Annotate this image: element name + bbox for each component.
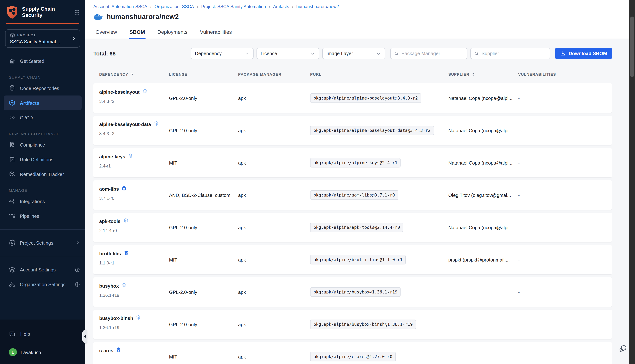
dependency-cell: busybox-binsh 1.36.1-r19 <box>99 310 169 330</box>
table-row[interactable]: busybox 1.36.1-r19 GPL-2.0-only apk pkg:… <box>93 277 612 307</box>
vulnerabilities-cell: - <box>518 128 612 133</box>
license-cell: GPL-2.0-only <box>169 95 238 101</box>
filter-bar: Total: 68 Dependency License Image Layer <box>93 48 612 59</box>
breadcrumb: Account: Automation-SSCA › Organization:… <box>85 4 635 9</box>
table-row[interactable]: alpine-baselayout 3.4.3-r2 GPL-2.0-only … <box>93 84 612 113</box>
purl-cell: pkg:apk/alpine/brotli-libs@1.1.0-r1 <box>310 255 448 264</box>
code-repo-icon <box>9 85 16 92</box>
tab-sbom[interactable]: SBOM <box>129 26 146 38</box>
table-row[interactable]: aom-libs 3.7.1-r0 AND, BSD-2-Clause, cus… <box>93 180 612 210</box>
sidebar-item-remediation-tracker[interactable]: Remediation Tracker <box>0 167 85 182</box>
package-manager-cell: apk <box>238 257 310 262</box>
main-area: Account: Automation-SSCA › Organization:… <box>85 0 635 364</box>
table-row[interactable]: c-ares MIT apk pkg:apk/alpine/c-ares@1.2… <box>93 342 612 364</box>
col-header-vulnerabilities: VULNERABILITIES <box>518 72 612 76</box>
dependency-filter-dropdown[interactable]: Dependency <box>191 48 254 59</box>
breadcrumb-separator: › <box>197 4 198 9</box>
sidebar-item-organization-settings[interactable]: Organization Settings <box>0 277 85 292</box>
breadcrumb-project[interactable]: Project: SSCA Sanity Automation <box>201 4 266 9</box>
project-name: SSCA Sanity Automat... <box>10 39 71 44</box>
sidebar-item-code-repositories[interactable]: Code Repositories <box>0 81 85 96</box>
docker-icon <box>93 12 103 21</box>
dependency-version: 3.7.1-r0 <box>99 196 169 201</box>
supplier-cell: Natanael Copa (ncopa@alpi... <box>448 95 518 101</box>
supplier-search-input[interactable] <box>482 51 547 56</box>
sidebar-item-get-started[interactable]: Get Started <box>0 54 85 68</box>
sidebar-item-account-settings[interactable]: Account Settings <box>0 262 85 277</box>
package-manager-cell: apk <box>238 224 310 230</box>
sidebar-item-pipelines[interactable]: Pipelines <box>0 209 85 223</box>
sbom-rows: alpine-baselayout 3.4.3-r2 GPL-2.0-only … <box>93 84 612 364</box>
breadcrumb-artifacts[interactable]: Artifacts <box>273 4 289 9</box>
supplier-cell: Natanael Copa (ncopa@alpi... <box>448 160 518 166</box>
sidebar-item-help[interactable]: Help <box>0 326 85 341</box>
sbom-table-header: DEPENDENCY LICENSE PACKAGE MANAGER PURL … <box>93 68 612 80</box>
sidebar-collapse-handle[interactable] <box>82 330 87 343</box>
purl-cell: pkg:apk/alpine/busybox-binsh@1.36.1-r19 <box>310 320 448 329</box>
sidebar-item-artifacts[interactable]: Artifacts <box>4 96 82 110</box>
artifact-tabs: Overview SBOM Deployments Vulnerabilitie… <box>85 26 635 39</box>
chat-bubbles-icon[interactable] <box>618 344 627 354</box>
sidebar-item-cicd[interactable]: CI/CD <box>0 110 85 125</box>
sidebar-item-integrations[interactable]: Integrations <box>0 194 85 209</box>
purl-chip: pkg:apk/alpine/brotli-libs@1.1.0-r1 <box>310 255 406 264</box>
table-row[interactable]: busybox-binsh 1.36.1-r19 GPL-2.0-only ap… <box>93 310 612 339</box>
user-menu[interactable]: L Lavakush <box>0 344 85 360</box>
tab-deployments[interactable]: Deployments <box>157 26 188 38</box>
breadcrumb-organization[interactable]: Organization: SSCA <box>155 4 194 9</box>
tab-vulnerabilities[interactable]: Vulnerabilities <box>199 26 232 38</box>
sidebar-nav: Get Started SUPPLY CHAIN Code Repositori… <box>0 48 85 292</box>
scrollbar-thumb[interactable] <box>630 16 634 77</box>
breadcrumb-account[interactable]: Account: Automation-SSCA <box>93 4 147 9</box>
sidebar-item-rule-definitions[interactable]: Rule Definitions <box>0 152 85 167</box>
table-row[interactable]: brotli-libs 1.1.0-r1 MIT apk pkg:apk/alp… <box>93 245 612 274</box>
purl-chip: pkg:apk/alpine/busybox-binsh@1.36.1-r19 <box>310 320 416 329</box>
sidebar-item-label: Rule Definitions <box>20 157 53 162</box>
package-manager-search-input[interactable] <box>401 51 464 56</box>
page-title: humanshuarora/new2 <box>107 13 179 21</box>
layers-gear-icon <box>9 266 16 273</box>
purl-chip: pkg:apk/alpine/c-ares@1.27.0-r0 <box>310 352 396 362</box>
breadcrumb-current[interactable]: humanshuarora/new2 <box>296 4 339 9</box>
document-search-icon <box>9 142 16 148</box>
table-row[interactable]: alpine-keys 2.4-r1 MIT apk pkg:apk/alpin… <box>93 148 612 178</box>
table-row[interactable]: alpine-baselayout-data 3.4.3-r2 GPL-2.0-… <box>93 116 612 145</box>
sidebar-item-compliance[interactable]: Compliance <box>0 137 85 152</box>
vertical-scrollbar[interactable] <box>629 0 635 364</box>
sort-desc-icon <box>130 72 135 76</box>
purl-chip: pkg:apk/alpine/alpine-baselayout@3.4.3-r… <box>310 93 421 103</box>
info-icon[interactable] <box>75 267 80 272</box>
license-cell: AND, BSD-2-Clause, custom <box>169 192 238 198</box>
image-layer-filter-dropdown[interactable]: Image Layer <box>322 48 385 59</box>
table-row[interactable]: apk-tools 2.14.4-r0 GPL-2.0-only apk pkg… <box>93 213 612 242</box>
license-cell: MIT <box>169 354 238 360</box>
dropdown-label: Image Layer <box>326 51 353 56</box>
layers-icon <box>136 315 141 322</box>
project-selector[interactable]: PROJECT SSCA Sanity Automat... <box>5 30 80 48</box>
sidebar-item-project-settings[interactable]: Project Settings <box>0 236 85 250</box>
layers-icon <box>128 153 133 160</box>
purl-cell: pkg:apk/alpine/alpine-baselayout-data@3.… <box>310 126 448 135</box>
col-header-dependency[interactable]: DEPENDENCY <box>99 72 169 76</box>
dropdown-label: Dependency <box>195 51 222 56</box>
layers-icon <box>124 250 129 257</box>
project-label: PROJECT <box>17 34 36 37</box>
tab-overview[interactable]: Overview <box>95 26 118 38</box>
project-cube-icon <box>10 33 15 38</box>
dependency-version: 3.4.3-r2 <box>99 131 169 136</box>
purl-chip: pkg:apk/alpine/busybox@1.36.1-r19 <box>310 287 401 297</box>
license-filter-dropdown[interactable]: License <box>257 48 320 59</box>
license-cell: GPL-2.0-only <box>169 224 238 230</box>
col-header-supplier[interactable]: SUPPLIER <box>448 72 518 76</box>
purl-cell: pkg:apk/alpine/aom-libs@3.7.1-r0 <box>310 190 448 200</box>
dependency-name: brotli-libs <box>99 251 121 256</box>
home-icon <box>9 58 16 64</box>
dependency-cell: c-ares <box>99 342 169 358</box>
purl-chip: pkg:apk/alpine/aom-libs@3.7.1-r0 <box>310 190 398 200</box>
download-sbom-button[interactable]: Download SBOM <box>555 48 612 59</box>
vulnerabilities-cell: - <box>518 257 612 262</box>
breadcrumb-separator: › <box>269 4 270 9</box>
supplier-cell: Oleg Titov (oleg.titov@gmai... <box>448 192 518 198</box>
app-switcher-icon[interactable] <box>74 9 80 15</box>
info-icon[interactable] <box>75 282 80 287</box>
